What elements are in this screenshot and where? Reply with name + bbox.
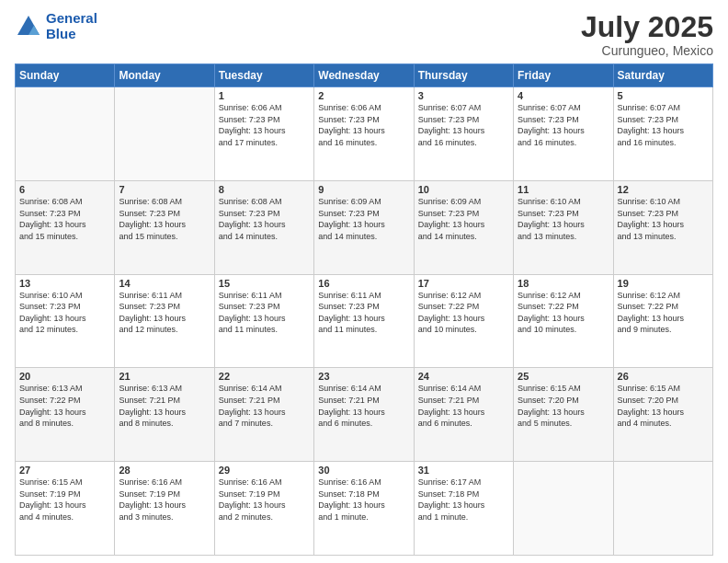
day-number: 26 (618, 371, 709, 382)
day-number: 27 (19, 465, 110, 476)
day-info: Sunrise: 6:12 AM Sunset: 7:22 PM Dayligh… (418, 290, 509, 336)
calendar-cell: 28Sunrise: 6:16 AM Sunset: 7:19 PM Dayli… (115, 462, 214, 556)
calendar-cell: 11Sunrise: 6:10 AM Sunset: 7:23 PM Dayli… (514, 180, 613, 274)
header: General Blue July 2025 Curungueo, Mexico (15, 11, 713, 58)
col-monday: Monday (115, 64, 214, 87)
logo-text: General Blue (46, 11, 97, 41)
calendar-cell (16, 87, 115, 181)
calendar-cell: 21Sunrise: 6:13 AM Sunset: 7:21 PM Dayli… (115, 368, 214, 462)
day-info: Sunrise: 6:12 AM Sunset: 7:22 PM Dayligh… (618, 290, 709, 336)
day-info: Sunrise: 6:07 AM Sunset: 7:23 PM Dayligh… (518, 102, 609, 148)
day-info: Sunrise: 6:15 AM Sunset: 7:19 PM Dayligh… (19, 477, 110, 523)
day-number: 8 (219, 184, 310, 195)
logo-icon (15, 13, 42, 40)
day-number: 9 (318, 184, 409, 195)
calendar-cell: 8Sunrise: 6:08 AM Sunset: 7:23 PM Daylig… (214, 180, 313, 274)
col-thursday: Thursday (414, 64, 513, 87)
day-info: Sunrise: 6:13 AM Sunset: 7:21 PM Dayligh… (119, 383, 210, 429)
day-info: Sunrise: 6:11 AM Sunset: 7:23 PM Dayligh… (219, 290, 310, 336)
day-info: Sunrise: 6:16 AM Sunset: 7:19 PM Dayligh… (119, 477, 210, 523)
day-number: 25 (518, 371, 609, 382)
day-info: Sunrise: 6:10 AM Sunset: 7:23 PM Dayligh… (19, 290, 110, 336)
day-number: 2 (318, 90, 409, 101)
calendar-cell (514, 462, 613, 556)
day-info: Sunrise: 6:07 AM Sunset: 7:23 PM Dayligh… (418, 102, 509, 148)
day-info: Sunrise: 6:12 AM Sunset: 7:22 PM Dayligh… (518, 290, 609, 336)
day-number: 14 (119, 278, 210, 289)
calendar-cell: 27Sunrise: 6:15 AM Sunset: 7:19 PM Dayli… (16, 462, 115, 556)
day-number: 23 (318, 371, 409, 382)
day-info: Sunrise: 6:14 AM Sunset: 7:21 PM Dayligh… (219, 383, 310, 429)
day-number: 31 (418, 465, 509, 476)
day-info: Sunrise: 6:10 AM Sunset: 7:23 PM Dayligh… (618, 196, 709, 242)
day-info: Sunrise: 6:15 AM Sunset: 7:20 PM Dayligh… (518, 383, 609, 429)
calendar-cell: 22Sunrise: 6:14 AM Sunset: 7:21 PM Dayli… (214, 368, 313, 462)
calendar-cell: 16Sunrise: 6:11 AM Sunset: 7:23 PM Dayli… (314, 274, 414, 368)
day-info: Sunrise: 6:14 AM Sunset: 7:21 PM Dayligh… (318, 383, 409, 429)
day-number: 5 (618, 90, 709, 101)
calendar-cell: 6Sunrise: 6:08 AM Sunset: 7:23 PM Daylig… (16, 180, 115, 274)
calendar-cell: 2Sunrise: 6:06 AM Sunset: 7:23 PM Daylig… (314, 87, 414, 181)
calendar-week-5: 27Sunrise: 6:15 AM Sunset: 7:19 PM Dayli… (16, 462, 713, 556)
page: General Blue July 2025 Curungueo, Mexico… (0, 0, 728, 563)
calendar-cell: 31Sunrise: 6:17 AM Sunset: 7:18 PM Dayli… (414, 462, 513, 556)
calendar-cell (115, 87, 214, 181)
calendar-cell: 19Sunrise: 6:12 AM Sunset: 7:22 PM Dayli… (613, 274, 712, 368)
calendar-cell: 9Sunrise: 6:09 AM Sunset: 7:23 PM Daylig… (314, 180, 414, 274)
calendar-cell: 5Sunrise: 6:07 AM Sunset: 7:23 PM Daylig… (613, 87, 712, 181)
calendar-cell: 7Sunrise: 6:08 AM Sunset: 7:23 PM Daylig… (115, 180, 214, 274)
day-number: 22 (219, 371, 310, 382)
day-number: 15 (219, 278, 310, 289)
calendar-cell: 14Sunrise: 6:11 AM Sunset: 7:23 PM Dayli… (115, 274, 214, 368)
calendar-week-2: 6Sunrise: 6:08 AM Sunset: 7:23 PM Daylig… (16, 180, 713, 274)
day-number: 1 (219, 90, 310, 101)
day-info: Sunrise: 6:08 AM Sunset: 7:23 PM Dayligh… (219, 196, 310, 242)
calendar-cell: 18Sunrise: 6:12 AM Sunset: 7:22 PM Dayli… (514, 274, 613, 368)
day-info: Sunrise: 6:09 AM Sunset: 7:23 PM Dayligh… (418, 196, 509, 242)
calendar-cell: 29Sunrise: 6:16 AM Sunset: 7:19 PM Dayli… (214, 462, 313, 556)
day-info: Sunrise: 6:08 AM Sunset: 7:23 PM Dayligh… (119, 196, 210, 242)
day-info: Sunrise: 6:16 AM Sunset: 7:19 PM Dayligh… (219, 477, 310, 523)
calendar-cell: 20Sunrise: 6:13 AM Sunset: 7:22 PM Dayli… (16, 368, 115, 462)
day-info: Sunrise: 6:11 AM Sunset: 7:23 PM Dayligh… (318, 290, 409, 336)
logo: General Blue (15, 11, 97, 41)
day-info: Sunrise: 6:17 AM Sunset: 7:18 PM Dayligh… (418, 477, 509, 523)
day-number: 3 (418, 90, 509, 101)
location: Curungueo, Mexico (581, 43, 713, 58)
calendar-cell: 23Sunrise: 6:14 AM Sunset: 7:21 PM Dayli… (314, 368, 414, 462)
col-friday: Friday (514, 64, 613, 87)
calendar-cell: 3Sunrise: 6:07 AM Sunset: 7:23 PM Daylig… (414, 87, 513, 181)
day-info: Sunrise: 6:11 AM Sunset: 7:23 PM Dayligh… (119, 290, 210, 336)
calendar-cell: 4Sunrise: 6:07 AM Sunset: 7:23 PM Daylig… (514, 87, 613, 181)
calendar-week-1: 1Sunrise: 6:06 AM Sunset: 7:23 PM Daylig… (16, 87, 713, 181)
day-info: Sunrise: 6:07 AM Sunset: 7:23 PM Dayligh… (618, 102, 709, 148)
calendar-cell: 13Sunrise: 6:10 AM Sunset: 7:23 PM Dayli… (16, 274, 115, 368)
calendar-week-4: 20Sunrise: 6:13 AM Sunset: 7:22 PM Dayli… (16, 368, 713, 462)
day-number: 19 (618, 278, 709, 289)
day-number: 7 (119, 184, 210, 195)
day-info: Sunrise: 6:16 AM Sunset: 7:18 PM Dayligh… (318, 477, 409, 523)
col-tuesday: Tuesday (214, 64, 313, 87)
calendar-cell: 15Sunrise: 6:11 AM Sunset: 7:23 PM Dayli… (214, 274, 313, 368)
day-number: 30 (318, 465, 409, 476)
calendar-cell: 25Sunrise: 6:15 AM Sunset: 7:20 PM Dayli… (514, 368, 613, 462)
calendar-cell: 1Sunrise: 6:06 AM Sunset: 7:23 PM Daylig… (214, 87, 313, 181)
day-number: 18 (518, 278, 609, 289)
day-number: 13 (19, 278, 110, 289)
day-number: 6 (19, 184, 110, 195)
title-block: July 2025 Curungueo, Mexico (581, 11, 713, 58)
day-number: 17 (418, 278, 509, 289)
day-number: 11 (518, 184, 609, 195)
day-number: 10 (418, 184, 509, 195)
calendar-cell: 12Sunrise: 6:10 AM Sunset: 7:23 PM Dayli… (613, 180, 712, 274)
day-info: Sunrise: 6:06 AM Sunset: 7:23 PM Dayligh… (318, 102, 409, 148)
calendar-week-3: 13Sunrise: 6:10 AM Sunset: 7:23 PM Dayli… (16, 274, 713, 368)
col-wednesday: Wednesday (314, 64, 414, 87)
day-number: 29 (219, 465, 310, 476)
calendar-header-row: Sunday Monday Tuesday Wednesday Thursday… (16, 64, 713, 87)
day-number: 21 (119, 371, 210, 382)
day-info: Sunrise: 6:06 AM Sunset: 7:23 PM Dayligh… (219, 102, 310, 148)
calendar-cell: 30Sunrise: 6:16 AM Sunset: 7:18 PM Dayli… (314, 462, 414, 556)
day-info: Sunrise: 6:15 AM Sunset: 7:20 PM Dayligh… (618, 383, 709, 429)
month-year: July 2025 (581, 11, 713, 43)
